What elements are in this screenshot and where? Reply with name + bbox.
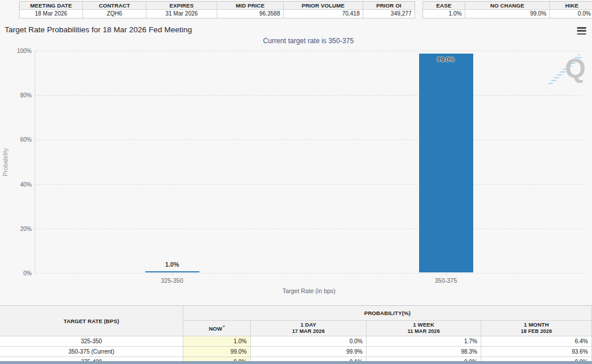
gridline-0 bbox=[35, 273, 583, 274]
now-asterisk: * bbox=[223, 324, 225, 329]
hamburger-bar bbox=[577, 33, 586, 35]
col-meeting-date: MEETING DATE 18 Mar 2026 bbox=[20, 2, 82, 18]
one-week-probability-cell: 98.3% bbox=[367, 347, 481, 357]
x-tick-mark bbox=[172, 273, 173, 275]
one-week-date: 11 MAR 2026 bbox=[408, 328, 440, 335]
rate-range-cell: 350-375 (Current) bbox=[0, 347, 183, 357]
probability-pct-header: PROBABILITY(%) bbox=[183, 306, 592, 321]
one-month-probability-cell: 93.6% bbox=[481, 347, 592, 357]
gridline-60 bbox=[35, 139, 583, 140]
ease-header: EASE bbox=[423, 2, 465, 10]
col-prior-volume: PRIOR VOLUME 70,418 bbox=[283, 2, 363, 18]
one-day-date: 17 MAR 2026 bbox=[292, 328, 325, 335]
hamburger-bar bbox=[577, 30, 586, 32]
y-tick-label: 40% bbox=[20, 181, 32, 187]
gridline-40 bbox=[35, 184, 583, 185]
col-contract: CONTRACT ZQH6 bbox=[82, 2, 146, 18]
hamburger-menu-icon[interactable] bbox=[577, 27, 586, 35]
col-mid-price: MID PRICE 96.3588 bbox=[217, 2, 283, 18]
prior-volume-header: PRIOR VOLUME bbox=[284, 2, 363, 10]
probability-bar[interactable] bbox=[418, 53, 474, 273]
expires-header: EXPIRES bbox=[146, 2, 217, 10]
col-ease: EASE 1.0% bbox=[423, 2, 465, 18]
probability-history-table: TARGET RATE (BPS) PROBABILITY(%) NOW* 1 … bbox=[0, 305, 592, 364]
one-month-column-header: 1 MONTH 18 FEB 2026 bbox=[481, 321, 592, 336]
col-no-change: NO CHANGE 99.0% bbox=[465, 2, 549, 18]
chart-subtitle: Current target rate is 350-375 bbox=[35, 37, 582, 45]
col-prior-oi: PRIOR OI 349,277 bbox=[363, 2, 414, 18]
contract-header: CONTRACT bbox=[83, 2, 146, 10]
col-hike: HIKE 0.0% bbox=[549, 2, 592, 18]
chart-title: Target Rate Probabilities for 18 Mar 202… bbox=[5, 25, 192, 34]
hike-value: 0.0% bbox=[550, 10, 592, 18]
y-tick-label: 80% bbox=[20, 92, 32, 98]
prior-oi-value: 349,277 bbox=[363, 10, 414, 18]
target-rate-bps-header: TARGET RATE (BPS) bbox=[0, 306, 183, 336]
contract-summary: MEETING DATE 18 Mar 2026 CONTRACT ZQH6 E… bbox=[0, 1, 592, 18]
y-tick-label: 20% bbox=[20, 225, 32, 232]
bar-data-label: 1.0% bbox=[145, 261, 200, 268]
contract-value: ZQH6 bbox=[83, 10, 146, 18]
x-tick-label: 350-375 bbox=[435, 277, 457, 284]
bar-chart-plot-area: 100% 80% 60% 40% 20% 0% 1.0% 99.0% 325-3… bbox=[35, 51, 583, 273]
bar-group-350-375: 99.0% bbox=[418, 51, 474, 273]
one-month-date: 18 FEB 2026 bbox=[521, 328, 552, 335]
no-change-value: 99.0% bbox=[465, 10, 549, 18]
y-tick-label: 100% bbox=[17, 48, 32, 54]
y-tick-label: 0% bbox=[24, 270, 32, 276]
one-day-label: 1 DAY bbox=[300, 321, 316, 328]
now-probability-cell: 99.0% bbox=[183, 347, 251, 357]
expires-value: 31 Mar 2026 bbox=[146, 10, 217, 18]
gridline-80 bbox=[35, 95, 583, 96]
hike-header: HIKE bbox=[550, 2, 592, 10]
mid-price-header: MID PRICE bbox=[217, 2, 283, 10]
now-column-header: NOW* bbox=[183, 321, 251, 336]
bar-group-325-350: 1.0% bbox=[145, 51, 200, 273]
prior-oi-header: PRIOR OI bbox=[363, 2, 414, 10]
no-change-header: NO CHANGE bbox=[465, 2, 549, 10]
bar-data-label: 99.0% bbox=[418, 56, 474, 63]
x-tick-mark bbox=[446, 273, 447, 275]
one-day-probability-cell: 99.9% bbox=[251, 347, 367, 357]
mid-price-value: 96.3588 bbox=[217, 10, 283, 18]
one-day-probability-cell: 0.0% bbox=[251, 336, 367, 347]
one-week-label: 1 WEEK bbox=[413, 321, 434, 328]
one-week-column-header: 1 WEEK 11 MAR 2026 bbox=[367, 321, 481, 336]
x-axis-title: Target Rate (in bps) bbox=[35, 287, 583, 294]
contract-summary-table: MEETING DATE 18 Mar 2026 CONTRACT ZQH6 E… bbox=[19, 1, 415, 18]
now-probability-cell: 1.0% bbox=[183, 336, 251, 347]
horizontal-scrollbar[interactable] bbox=[0, 361, 592, 364]
hamburger-bar bbox=[577, 27, 586, 29]
meeting-date-value: 18 Mar 2026 bbox=[20, 10, 82, 18]
gridline-20 bbox=[35, 229, 583, 229]
one-day-column-header: 1 DAY 17 MAR 2026 bbox=[251, 321, 367, 336]
ease-value: 1.0% bbox=[423, 10, 465, 18]
one-week-probability-cell: 1.7% bbox=[367, 336, 481, 347]
one-month-label: 1 MONTH bbox=[524, 321, 549, 328]
probability-summary-table: EASE 1.0% NO CHANGE 99.0% HIKE 0.0% bbox=[423, 1, 592, 18]
x-tick-label: 325-350 bbox=[161, 277, 183, 284]
meeting-date-header: MEETING DATE bbox=[20, 2, 82, 10]
one-month-probability-cell: 6.4% bbox=[481, 336, 592, 347]
y-axis-title: Probability bbox=[1, 51, 9, 273]
rate-range-cell: 325-350 bbox=[0, 336, 183, 347]
prior-volume-value: 70,418 bbox=[284, 10, 363, 18]
now-label: NOW bbox=[209, 325, 223, 332]
col-expires: EXPIRES 31 Mar 2026 bbox=[146, 2, 217, 18]
gridline-100 bbox=[35, 51, 583, 51]
y-tick-label: 60% bbox=[20, 136, 32, 143]
